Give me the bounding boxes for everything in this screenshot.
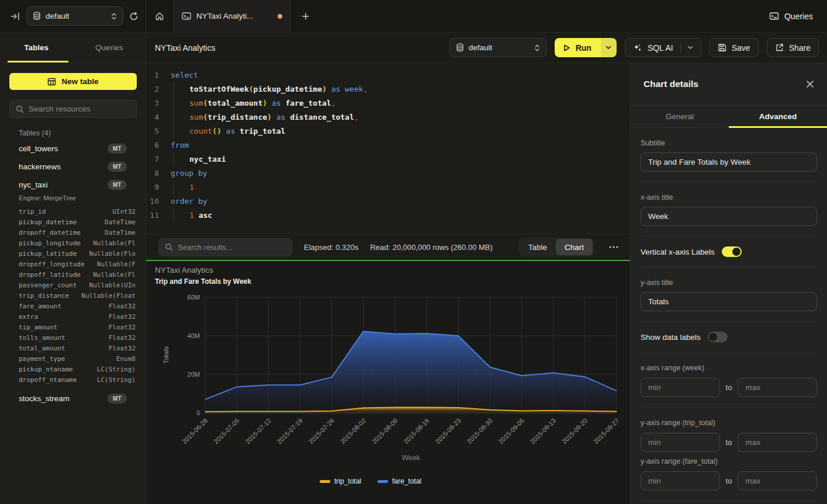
sql-ai-button[interactable]: SQL AI [625, 38, 701, 57]
y-axis-range-fare-max-input[interactable] [738, 471, 817, 491]
svg-text:2015-07-12: 2015-07-12 [244, 417, 272, 445]
sql-editor[interactable]: 1select2toStartOfWeek(pickup_datetime) a… [146, 63, 630, 234]
sidebar-search[interactable] [9, 100, 137, 118]
search-icon [165, 243, 173, 251]
sql-ai-label: SQL AI [648, 43, 673, 53]
line-number: 3 [146, 96, 165, 110]
queries-button-label: Queries [784, 12, 813, 21]
view-toggle-table[interactable]: Table [520, 239, 556, 255]
y-axis-title-input[interactable] [641, 292, 817, 311]
collapse-sidebar-icon[interactable] [11, 12, 20, 21]
results-search-input[interactable] [178, 243, 286, 252]
code-line: 1select [146, 68, 630, 82]
y-axis-range-trip-min-input[interactable] [641, 433, 720, 452]
save-button[interactable]: Save [710, 38, 759, 57]
chevron-updown-icon [534, 44, 540, 52]
share-button-label: Share [789, 43, 811, 53]
column-row: payment_typeEnum8 [10, 353, 136, 364]
y-axis-range-trip-max-input[interactable] [738, 433, 817, 452]
more-options-icon[interactable] [605, 246, 622, 248]
column-row: pickup_longitudeNullable(Fl [10, 238, 136, 248]
line-number: 1 [146, 68, 165, 82]
sql-ai-options-button[interactable] [680, 42, 693, 54]
legend-swatch [320, 480, 330, 483]
close-icon[interactable] [806, 80, 814, 88]
sidebar-search-input[interactable] [29, 105, 130, 113]
column-name: dropoff_datetime [19, 229, 81, 237]
legend-item[interactable]: trip_total [320, 477, 361, 485]
column-type: Nullable(UIn [89, 281, 136, 289]
code-line: 10order by [146, 194, 630, 208]
x-axis-range-max-input[interactable] [738, 378, 817, 397]
panel-tab-advanced[interactable]: Advanced [729, 106, 827, 127]
new-tab-button[interactable] [291, 0, 320, 32]
view-toggle-chart[interactable]: Chart [556, 239, 593, 255]
svg-text:40M: 40M [188, 332, 200, 339]
subtitle-field-label: Subtitle [641, 139, 817, 147]
table-row[interactable]: nyc_taxiMT [9, 176, 136, 194]
legend-item[interactable]: fare_total [378, 477, 421, 485]
query-tab[interactable]: NYTaxi Analyti... [174, 0, 291, 32]
share-button[interactable]: Share [767, 38, 819, 57]
table-row[interactable]: cell_towersMT [9, 140, 136, 158]
line-number: 4 [146, 110, 165, 124]
x-axis-title-input[interactable] [641, 207, 817, 226]
column-row: tolls_amountFloat32 [10, 332, 136, 343]
queries-button[interactable]: Queries [762, 0, 827, 32]
table-row[interactable]: stocks_streamMT [9, 390, 136, 408]
table-name: hackernews [19, 162, 108, 171]
y-axis-range-fare-label: y-axis range (fare_total) [641, 457, 817, 465]
show-data-labels-toggle[interactable] [708, 332, 728, 342]
column-row: total_amountFloat32 [10, 343, 136, 353]
refresh-icon[interactable] [129, 12, 139, 21]
column-row: pickup_datetimeDateTime [10, 217, 136, 227]
home-tab-button[interactable] [146, 0, 174, 32]
panel-tabs: General Advanced [631, 106, 827, 128]
play-icon [563, 44, 570, 52]
sidebar-tab-tables[interactable]: Tables [0, 33, 73, 62]
column-name: payment_type [19, 355, 65, 363]
line-number: 5 [146, 124, 165, 138]
x-axis-range-min-input[interactable] [641, 378, 720, 397]
run-options-button[interactable] [601, 38, 617, 57]
svg-text:2015-07-19: 2015-07-19 [276, 417, 304, 445]
subtitle-field-input[interactable] [641, 152, 817, 172]
y-axis-range-fare-min-input[interactable] [641, 471, 720, 491]
database-selector[interactable]: default [26, 6, 123, 26]
column-row: trip_distanceNullable(Float [10, 290, 136, 301]
column-row: dropoff_datetimeDateTime [10, 227, 136, 238]
chart-legend: trip_totalfare_total [146, 477, 595, 485]
column-type: DateTime [105, 218, 136, 226]
x-axis-title-label: x-axis title [641, 193, 817, 201]
code-lines: 1select2toStartOfWeek(pickup_datetime) a… [146, 68, 630, 223]
code-text: select [165, 68, 198, 82]
active-tab-underline [8, 61, 68, 62]
run-button[interactable]: Run [555, 38, 601, 57]
column-name: dropoff_longitude [19, 260, 85, 268]
column-type: Float32 [109, 345, 136, 352]
legend-label: fare_total [392, 477, 421, 485]
svg-text:Totals: Totals [162, 346, 169, 364]
new-table-button[interactable]: New table [9, 73, 137, 90]
home-icon [155, 12, 164, 21]
table-row[interactable]: hackernewsMT [9, 158, 136, 176]
results-search[interactable] [158, 238, 292, 256]
svg-text:2015-07-05: 2015-07-05 [212, 417, 240, 445]
run-database-selector[interactable]: default [449, 38, 546, 57]
column-type: DateTime [105, 229, 136, 237]
y-axis-title-label: y-axis title [641, 279, 817, 287]
column-row: fare_amountFloat32 [10, 301, 136, 311]
column-name: dropoff_ntaname [19, 376, 77, 384]
range-to-label: to [726, 477, 732, 485]
panel-title: Chart details [643, 79, 806, 89]
panel-tab-general[interactable]: General [631, 106, 729, 127]
vertical-x-axis-labels-toggle[interactable] [722, 246, 742, 257]
vertical-x-axis-labels-label: Vertical x-axis Labels [641, 248, 715, 256]
column-row: dropoff_longitudeNullable(F [10, 259, 136, 269]
column-type: Float32 [109, 303, 136, 310]
code-text: sum(total_amount) as fare_total, [165, 96, 335, 110]
code-text: sum(trip_distance) as distance_total, [165, 110, 359, 124]
sidebar-tab-queries[interactable]: Queries [73, 33, 146, 62]
column-row: dropoff_ntanameLC(String) [10, 374, 136, 385]
chart-details-panel: Chart details General Advanced Subtitle … [630, 63, 827, 504]
